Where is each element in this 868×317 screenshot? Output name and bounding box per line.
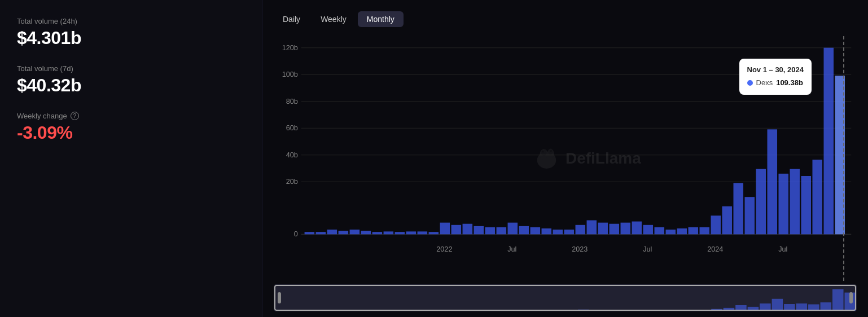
svg-rect-40 (598, 223, 608, 235)
weekly-change-block: Weekly change ? -3.09% (17, 112, 245, 143)
volume-7d-label: Total volume (7d) (17, 64, 245, 73)
svg-rect-21 (384, 231, 394, 234)
svg-rect-54 (756, 169, 766, 235)
svg-rect-33 (519, 226, 529, 234)
volume-24h-block: Total volume (24h) $4.301b (17, 17, 245, 49)
svg-rect-37 (564, 230, 575, 234)
svg-rect-78 (311, 311, 322, 311)
svg-rect-23 (406, 231, 417, 234)
svg-rect-57 (790, 169, 800, 235)
svg-rect-18 (350, 230, 360, 234)
svg-rect-15 (316, 232, 326, 234)
svg-rect-30 (485, 227, 496, 234)
svg-text:2023: 2023 (572, 245, 588, 253)
scrollbar-track[interactable] (274, 284, 857, 311)
svg-text:0: 0 (294, 230, 298, 238)
svg-text:20b: 20b (286, 177, 298, 186)
volume-24h-label: Total volume (24h) (17, 17, 245, 25)
scrollbar-handle[interactable] (274, 285, 856, 311)
svg-rect-34 (531, 227, 541, 234)
svg-text:Jul: Jul (778, 245, 787, 253)
svg-rect-31 (497, 227, 507, 234)
svg-rect-19 (361, 231, 371, 234)
left-panel: Total volume (24h) $4.301b Total volume … (0, 0, 262, 317)
svg-rect-56 (778, 174, 788, 234)
svg-rect-42 (621, 223, 631, 235)
svg-rect-52 (734, 183, 744, 234)
svg-rect-82 (360, 311, 371, 311)
svg-rect-53 (745, 197, 755, 234)
bar-chart: 120b 100b 80b 60b 40b 20b 0 2022Jul2023J… (274, 36, 857, 281)
svg-text:120b: 120b (282, 43, 298, 51)
svg-rect-84 (384, 311, 395, 311)
svg-rect-85 (396, 311, 407, 311)
svg-text:80b: 80b (286, 97, 298, 105)
svg-rect-24 (418, 231, 428, 234)
svg-text:Jul: Jul (643, 245, 652, 253)
svg-rect-20 (372, 232, 383, 234)
svg-rect-39 (587, 221, 597, 235)
svg-rect-80 (335, 311, 347, 311)
svg-rect-49 (700, 227, 710, 234)
svg-text:60b: 60b (286, 124, 298, 132)
svg-rect-25 (429, 232, 439, 234)
svg-text:40b: 40b (286, 151, 298, 159)
svg-rect-59 (812, 160, 822, 234)
volume-24h-value: $4.301b (17, 28, 245, 49)
svg-rect-22 (395, 232, 405, 234)
svg-rect-38 (576, 225, 586, 235)
chart-area: 120b 100b 80b 60b 40b 20b 0 2022Jul2023J… (274, 36, 857, 311)
svg-rect-58 (801, 176, 811, 234)
svg-rect-48 (689, 227, 699, 234)
tab-weekly[interactable]: Weekly (312, 11, 356, 27)
svg-rect-43 (632, 222, 642, 235)
svg-rect-27 (451, 225, 462, 235)
svg-text:100b: 100b (282, 70, 298, 78)
svg-rect-14 (305, 232, 315, 234)
tab-daily[interactable]: Daily (274, 11, 309, 27)
volume-7d-block: Total volume (7d) $40.32b (17, 64, 245, 96)
scrollbar-right-handle[interactable] (849, 292, 853, 303)
svg-rect-46 (666, 230, 676, 234)
scrollbar-left-handle[interactable] (278, 292, 281, 303)
svg-rect-16 (327, 230, 337, 234)
svg-rect-36 (553, 230, 563, 234)
svg-rect-61 (835, 76, 845, 234)
svg-text:2022: 2022 (436, 245, 452, 253)
svg-rect-60 (823, 48, 834, 235)
svg-rect-51 (722, 206, 733, 235)
svg-rect-26 (440, 223, 450, 235)
svg-rect-41 (610, 224, 620, 235)
svg-rect-45 (655, 227, 665, 234)
tab-bar: Daily Weekly Monthly (274, 11, 857, 27)
svg-rect-50 (711, 215, 721, 234)
weekly-change-value: -3.09% (17, 122, 245, 143)
right-panel: Daily Weekly Monthly 120b 100b 80b 60b 4… (262, 0, 868, 317)
svg-text:2024: 2024 (707, 245, 723, 253)
svg-rect-55 (767, 129, 777, 234)
svg-rect-28 (463, 224, 473, 235)
svg-rect-17 (339, 231, 349, 234)
svg-text:Jul: Jul (507, 245, 516, 253)
svg-rect-35 (542, 228, 552, 234)
weekly-change-label-row: Weekly change ? (17, 112, 245, 120)
tab-monthly[interactable]: Monthly (358, 11, 404, 27)
svg-rect-29 (474, 226, 484, 234)
svg-rect-44 (643, 225, 654, 235)
volume-7d-value: $40.32b (17, 75, 245, 96)
chart-container: 120b 100b 80b 60b 40b 20b 0 2022Jul2023J… (274, 36, 857, 281)
svg-rect-47 (677, 228, 687, 234)
weekly-change-label-text: Weekly change (17, 112, 67, 120)
svg-rect-32 (508, 223, 518, 235)
weekly-change-help-icon[interactable]: ? (71, 112, 79, 120)
